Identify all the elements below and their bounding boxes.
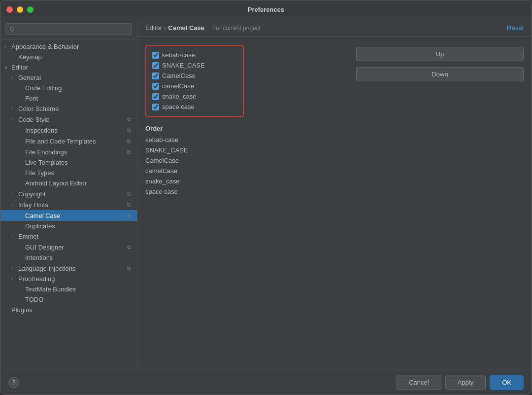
sidebar-item-plugins[interactable]: Plugins: [0, 305, 137, 315]
checkbox-label-space-case: space case: [162, 103, 195, 110]
arrow-icon-general: ›: [11, 75, 18, 80]
sidebar-item-editor[interactable]: ∨Editor: [0, 62, 137, 72]
sidebar-item-camel-case[interactable]: Camel Case⧉: [0, 210, 137, 221]
sidebar-item-label-file-types: File Types: [25, 169, 133, 177]
content-area: ›Appearance & BehaviorKeymap∨Editor›Gene…: [0, 19, 532, 370]
sidebar-item-color-scheme[interactable]: ›Color Scheme: [0, 104, 137, 114]
sidebar-item-code-editing[interactable]: Code Editing: [0, 83, 137, 93]
copy-icon-file-code-templates: ⧉: [125, 137, 133, 145]
checkbox-item-snake-case-upper[interactable]: SNAKE_CASE: [150, 60, 239, 71]
sidebar-item-label-file-code-templates: File and Code Templates: [25, 138, 125, 145]
cancel-button[interactable]: Cancel: [397, 375, 441, 390]
sidebar-item-label-live-templates: Live Templates: [25, 159, 133, 166]
checkbox-camel-case-lower[interactable]: [152, 83, 159, 90]
copy-icon-language-injections: ⧉: [125, 264, 133, 272]
sidebar-item-file-code-templates[interactable]: File and Code Templates⧉: [0, 136, 137, 146]
sidebar-item-proofreading[interactable]: ›Proofreading: [0, 274, 137, 284]
arrow-icon-proofreading: ›: [11, 276, 18, 282]
sidebar-item-language-injections[interactable]: ›Language Injections⧉: [0, 263, 137, 274]
sidebar-item-label-keymap: Keymap: [18, 53, 133, 61]
ok-button[interactable]: OK: [490, 375, 524, 390]
preferences-window: Preferences ›Appearance & BehaviorKeymap…: [0, 0, 532, 395]
checkbox-space-case[interactable]: [152, 104, 159, 110]
arrow-icon-inlay-hints: ›: [11, 202, 18, 208]
order-item-1: SNAKE_CASE: [145, 145, 244, 155]
sidebar-item-label-android-layout-editor: Android Layout Editor: [25, 180, 133, 187]
sidebar-item-gui-designer[interactable]: GUI Designer⧉: [0, 242, 137, 252]
window-title: Preferences: [248, 6, 284, 13]
sidebar-item-code-style[interactable]: ›Code Style⧉: [0, 114, 137, 125]
sidebar-item-label-copyright: Copyright: [18, 190, 125, 198]
copy-icon-code-style: ⧉: [125, 115, 133, 123]
down-button[interactable]: Down: [356, 67, 524, 81]
search-area: [0, 19, 137, 39]
order-item-4: snake_case: [145, 177, 244, 186]
up-button[interactable]: Up: [356, 47, 524, 61]
sidebar-item-appearance-behavior[interactable]: ›Appearance & Behavior: [0, 41, 137, 52]
arrow-icon-color-scheme: ›: [11, 106, 18, 111]
arrow-icon-language-injections: ›: [11, 266, 18, 271]
apply-button[interactable]: Apply: [445, 375, 486, 390]
sidebar-item-duplicates[interactable]: Duplicates: [0, 221, 137, 231]
checkbox-item-camel-case-upper[interactable]: CamelCase: [150, 71, 239, 81]
checkbox-label-camel-case-upper: CamelCase: [162, 72, 196, 79]
checkbox-item-kebab-case[interactable]: kebab-case: [150, 50, 239, 60]
breadcrumb-root: Editor: [145, 24, 162, 32]
sidebar-item-todo[interactable]: TODO: [0, 294, 137, 305]
copy-icon-camel-case: ⧉: [125, 212, 133, 219]
sidebar-item-copyright[interactable]: ›Copyright⧉: [0, 188, 137, 199]
sidebar-item-inlay-hints[interactable]: ›Inlay Hints⧉: [0, 199, 137, 210]
sidebar-item-emmet[interactable]: ›Emmet: [0, 231, 137, 242]
sidebar-item-live-templates[interactable]: Live Templates: [0, 157, 137, 168]
checkbox-label-kebab-case: kebab-case: [162, 51, 195, 59]
sidebar-item-inspections[interactable]: Inspections⧉: [0, 125, 137, 136]
checkbox-snake-case-upper[interactable]: [152, 62, 159, 69]
sidebar-item-label-code-style: Code Style: [18, 116, 125, 123]
sidebar-item-file-types[interactable]: File Types: [0, 168, 137, 178]
window-controls: [6, 6, 33, 13]
sidebar-item-keymap[interactable]: Keymap: [0, 52, 137, 62]
titlebar: Preferences: [0, 0, 532, 19]
arrow-icon-emmet: ›: [11, 234, 18, 239]
order-item-3: camelCase: [145, 166, 244, 176]
checkbox-kebab-case[interactable]: [152, 52, 159, 59]
sidebar-item-label-general: General: [18, 74, 133, 81]
minimize-button[interactable]: [17, 6, 23, 13]
sidebar-item-label-language-injections: Language Injections: [18, 265, 125, 272]
checkbox-item-camel-case-lower[interactable]: camelCase: [150, 81, 239, 91]
sidebar-item-label-code-editing: Code Editing: [25, 84, 133, 92]
copy-icon-gui-designer: ⧉: [125, 243, 133, 251]
sidebar-item-label-inlay-hints: Inlay Hints: [18, 201, 125, 209]
sidebar-item-intentions[interactable]: Intentions: [0, 252, 137, 263]
order-item-2: CamelCase: [145, 156, 244, 165]
maximize-button[interactable]: [27, 6, 33, 13]
main-panel: Editor › Camel Case For current project …: [137, 19, 532, 370]
reset-button[interactable]: Reset: [507, 24, 524, 32]
sidebar-item-label-font: Font: [25, 95, 133, 102]
checkbox-camel-case-upper[interactable]: [152, 72, 159, 79]
checkbox-snake-case[interactable]: [152, 93, 159, 100]
checkbox-label-snake-case-upper: SNAKE_CASE: [162, 62, 205, 69]
search-input[interactable]: [5, 23, 132, 35]
sidebar-item-label-emmet: Emmet: [18, 233, 133, 240]
checkbox-item-snake-case[interactable]: snake_case: [150, 91, 239, 102]
sidebar-item-label-todo: TODO: [25, 296, 133, 303]
copy-icon-copyright: ⧉: [125, 190, 133, 198]
checkbox-group: kebab-caseSNAKE_CASECamelCasecamelCasesn…: [145, 45, 244, 117]
checkbox-label-snake-case: snake_case: [162, 93, 196, 100]
sidebar-tree: ›Appearance & BehaviorKeymap∨Editor›Gene…: [0, 39, 137, 370]
bottom-bar: ? Cancel Apply OK: [0, 370, 532, 395]
main-header: Editor › Camel Case For current project …: [137, 19, 532, 37]
sidebar-item-file-encodings[interactable]: File Encodings⧉: [0, 146, 137, 157]
sidebar-item-label-gui-designer: GUI Designer: [25, 244, 125, 251]
sidebar-item-label-textmate-bundles: TextMate Bundles: [25, 286, 133, 293]
sidebar-item-general[interactable]: ›General: [0, 72, 137, 83]
order-label: Order: [145, 125, 244, 132]
sidebar-item-android-layout-editor[interactable]: Android Layout Editor: [0, 178, 137, 188]
sidebar-item-font[interactable]: Font: [0, 93, 137, 104]
close-button[interactable]: [6, 6, 13, 13]
main-content: kebab-caseSNAKE_CASECamelCasecamelCasesn…: [137, 37, 532, 370]
help-button[interactable]: ?: [8, 377, 19, 388]
checkbox-item-space-case[interactable]: space case: [150, 102, 239, 112]
sidebar-item-textmate-bundles[interactable]: TextMate Bundles: [0, 284, 137, 294]
